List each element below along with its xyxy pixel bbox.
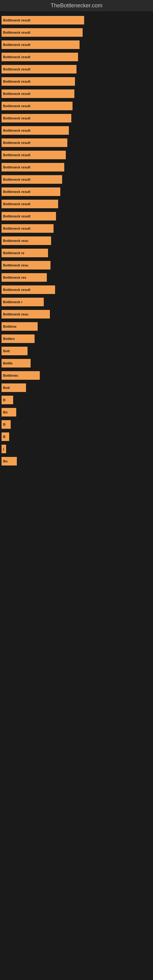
bar-label: Bottleneck re bbox=[3, 251, 24, 255]
bar-label: Bottleneck result bbox=[3, 178, 30, 181]
bar-row: Bottleneck resu bbox=[2, 309, 151, 320]
site-title: TheBottlenecker.com bbox=[0, 0, 153, 11]
bar-row: Bottleneck result bbox=[2, 149, 151, 161]
bottleneck-bar: Bottleneck resu bbox=[2, 310, 50, 318]
bottleneck-bar: Bott bbox=[2, 383, 26, 392]
bar-row: Bottleneck result bbox=[2, 76, 151, 87]
bar-label: Bott bbox=[3, 386, 10, 390]
bottleneck-bar: Bo bbox=[2, 408, 16, 417]
bar-row: Bottleneck resu bbox=[2, 259, 151, 271]
bar-label: Bottleneck result bbox=[3, 190, 30, 194]
bar-label: Bottlenec bbox=[3, 374, 18, 377]
bar-row: Bottle bbox=[2, 357, 151, 369]
bottleneck-bar: Bottleneck result bbox=[2, 65, 76, 73]
bottleneck-bar: Bott bbox=[2, 347, 27, 355]
bar-label: Bottlene bbox=[3, 325, 16, 328]
bottleneck-bar: Bottleneck result bbox=[2, 77, 75, 86]
bar-label: Bottleneck result bbox=[3, 165, 30, 169]
bar-row: Bottleneck result bbox=[2, 39, 151, 51]
bar-label: Bottlen bbox=[3, 337, 15, 340]
bar-label: Bottleneck result bbox=[3, 227, 30, 230]
bar-label: Bottleneck result bbox=[3, 67, 30, 71]
bar-label: Bottleneck resu bbox=[3, 263, 29, 267]
bar-label: Bo bbox=[3, 410, 8, 414]
bar-label: Bottleneck r bbox=[3, 300, 22, 304]
bar-row: Bottleneck result bbox=[2, 284, 151, 296]
bottleneck-bar: Bottleneck result bbox=[2, 224, 54, 233]
bar-row: Bottleneck result bbox=[2, 100, 151, 112]
bottleneck-bar: Bottleneck result bbox=[2, 40, 80, 49]
bar-row: Bottleneck result bbox=[2, 64, 151, 75]
bar-label: Bottleneck result bbox=[3, 215, 30, 218]
bar-row: Bottleneck result bbox=[2, 137, 151, 148]
bar-label: Bottle bbox=[3, 361, 13, 365]
bar-label: Bottleneck resu bbox=[3, 312, 29, 316]
bar-row: Bottleneck result bbox=[2, 112, 151, 124]
bar-row: Bottleneck resu bbox=[2, 235, 151, 247]
bottleneck-bar: Bottlen bbox=[2, 334, 35, 343]
bar-label: Bottleneck result bbox=[3, 116, 30, 120]
bar-label: Bottleneck result bbox=[3, 18, 30, 22]
bar-row: Bottleneck res bbox=[2, 272, 151, 283]
bottleneck-bar: Bottlene bbox=[2, 322, 38, 331]
bottleneck-bar: Bottleneck result bbox=[2, 175, 62, 184]
bottleneck-bar: Bo bbox=[2, 457, 17, 466]
bottleneck-bar: Bottleneck result bbox=[2, 188, 60, 196]
bar-row: B bbox=[2, 431, 151, 442]
bar-row: Bottlenec bbox=[2, 370, 151, 381]
bar-row: | bbox=[2, 443, 151, 455]
bottleneck-bar: Bottleneck r bbox=[2, 298, 44, 306]
bar-row: Bo bbox=[2, 406, 151, 418]
bar-row: Bott bbox=[2, 382, 151, 393]
bar-row: Bottlen bbox=[2, 333, 151, 345]
bottleneck-bar: Bottleneck result bbox=[2, 285, 55, 294]
bar-row: Bottleneck result bbox=[2, 223, 151, 234]
bar-label: Bottleneck result bbox=[3, 104, 30, 108]
bar-label: B bbox=[3, 423, 5, 426]
bars-container: Bottleneck resultBottleneck resultBottle… bbox=[0, 11, 153, 471]
bottleneck-bar: B bbox=[2, 396, 13, 404]
bottleneck-bar: Bottleneck re bbox=[2, 249, 48, 257]
bar-label: Bottleneck resu bbox=[3, 239, 29, 243]
bar-row: Bottleneck result bbox=[2, 88, 151, 100]
bottleneck-bar: B bbox=[2, 420, 11, 429]
bar-row: Bottleneck r bbox=[2, 296, 151, 308]
bar-label: | bbox=[3, 447, 4, 451]
bar-label: Bottleneck result bbox=[3, 43, 30, 46]
bar-row: Bottleneck result bbox=[2, 210, 151, 222]
bottleneck-bar: Bottleneck result bbox=[2, 163, 64, 172]
bar-label: Bottleneck result bbox=[3, 202, 30, 206]
bar-label: Bo bbox=[3, 460, 8, 463]
bar-label: Bottleneck result bbox=[3, 55, 30, 59]
bottleneck-bar: Bottleneck result bbox=[2, 52, 78, 61]
bottleneck-bar: Bottleneck result bbox=[2, 200, 58, 208]
bottleneck-bar: Bottleneck result bbox=[2, 114, 71, 123]
bar-row: Bottleneck result bbox=[2, 161, 151, 173]
bottleneck-bar: B bbox=[2, 433, 9, 441]
bar-label: Bottleneck result bbox=[3, 80, 30, 83]
bar-row: Bottleneck result bbox=[2, 27, 151, 38]
bottleneck-bar: Bottleneck result bbox=[2, 138, 67, 147]
bottleneck-bar: Bottleneck result bbox=[2, 151, 66, 159]
bar-label: Bottleneck result bbox=[3, 92, 30, 95]
bottleneck-bar: Bottle bbox=[2, 359, 30, 368]
bottleneck-bar: Bottlenec bbox=[2, 371, 40, 380]
bar-row: Bottleneck result bbox=[2, 173, 151, 185]
bar-row: Bottlene bbox=[2, 321, 151, 332]
bar-row: Bott bbox=[2, 345, 151, 357]
bottleneck-bar: Bottleneck result bbox=[2, 16, 84, 24]
bar-label: Bottleneck res bbox=[3, 275, 26, 279]
bar-row: Bottleneck result bbox=[2, 186, 151, 197]
bar-row: B bbox=[2, 394, 151, 406]
bar-row: Bottleneck result bbox=[2, 51, 151, 63]
bar-label: B bbox=[3, 435, 5, 439]
bottleneck-bar: Bottleneck result bbox=[2, 89, 74, 98]
bottleneck-bar: Bottleneck result bbox=[2, 212, 56, 221]
bar-row: Bottleneck result bbox=[2, 198, 151, 210]
bar-row: Bottleneck result bbox=[2, 14, 151, 26]
bottleneck-bar: Bottleneck resu bbox=[2, 261, 51, 269]
bar-row: Bo bbox=[2, 455, 151, 467]
bar-row: Bottleneck re bbox=[2, 247, 151, 259]
bottleneck-bar: Bottleneck result bbox=[2, 102, 73, 110]
bar-label: B bbox=[3, 398, 5, 402]
